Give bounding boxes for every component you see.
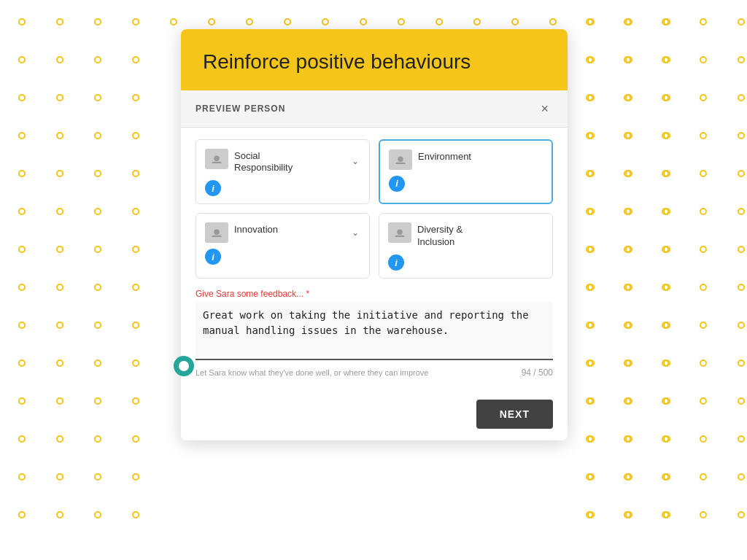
next-button-row: NEXT bbox=[181, 391, 568, 440]
category-image-social-responsibility bbox=[205, 149, 228, 169]
category-label-diversity-inclusion: Diversity &Inclusion bbox=[417, 222, 542, 249]
category-label-innovation: Innovation bbox=[234, 222, 343, 236]
modal-label: PREVIEW PERSON bbox=[196, 104, 285, 114]
info-icon-innovation[interactable]: i bbox=[205, 249, 221, 265]
modal-header: PREVIEW PERSON × bbox=[181, 90, 568, 128]
info-icon-social-responsibility[interactable]: i bbox=[205, 180, 221, 196]
feedback-placeholder-label: Give Sara some feedback... * bbox=[196, 289, 553, 299]
close-button[interactable]: × bbox=[536, 101, 553, 117]
info-icon-diversity-inclusion[interactable]: i bbox=[388, 254, 404, 271]
modal-body: SocialResponsibility ⌄ i Environment i bbox=[181, 128, 568, 391]
left-accent-circle bbox=[174, 356, 194, 376]
category-image-diversity-inclusion bbox=[388, 222, 411, 243]
category-image-innovation bbox=[205, 222, 228, 243]
chevron-icon-social-responsibility: ⌄ bbox=[352, 156, 359, 166]
next-button[interactable]: NEXT bbox=[476, 400, 553, 429]
card-header-title: Reinforce positive behaviours bbox=[203, 50, 546, 74]
category-card-environment[interactable]: Environment i bbox=[379, 139, 553, 205]
info-icon-environment[interactable]: i bbox=[389, 176, 405, 192]
category-card-social-responsibility[interactable]: SocialResponsibility ⌄ i bbox=[196, 139, 370, 205]
card-header: Reinforce positive behaviours bbox=[181, 29, 568, 90]
category-card-innovation[interactable]: Innovation ⌄ i bbox=[196, 213, 370, 279]
chevron-icon-innovation: ⌄ bbox=[352, 228, 359, 238]
category-card-diversity-inclusion[interactable]: Diversity &Inclusion i bbox=[379, 213, 553, 279]
category-image-environment bbox=[389, 149, 412, 170]
char-count: 94 / 500 bbox=[522, 368, 553, 378]
feedback-section: Give Sara some feedback... * Let Sara kn… bbox=[196, 289, 553, 378]
category-label-social-responsibility: SocialResponsibility bbox=[234, 149, 343, 175]
feedback-hint: Let Sara know what they've done well, or… bbox=[196, 368, 428, 378]
feedback-textarea[interactable] bbox=[196, 302, 553, 360]
main-card: Reinforce positive behaviours PREVIEW PE… bbox=[181, 29, 568, 440]
category-grid: SocialResponsibility ⌄ i Environment i bbox=[196, 139, 553, 279]
category-label-environment: Environment bbox=[418, 149, 541, 163]
